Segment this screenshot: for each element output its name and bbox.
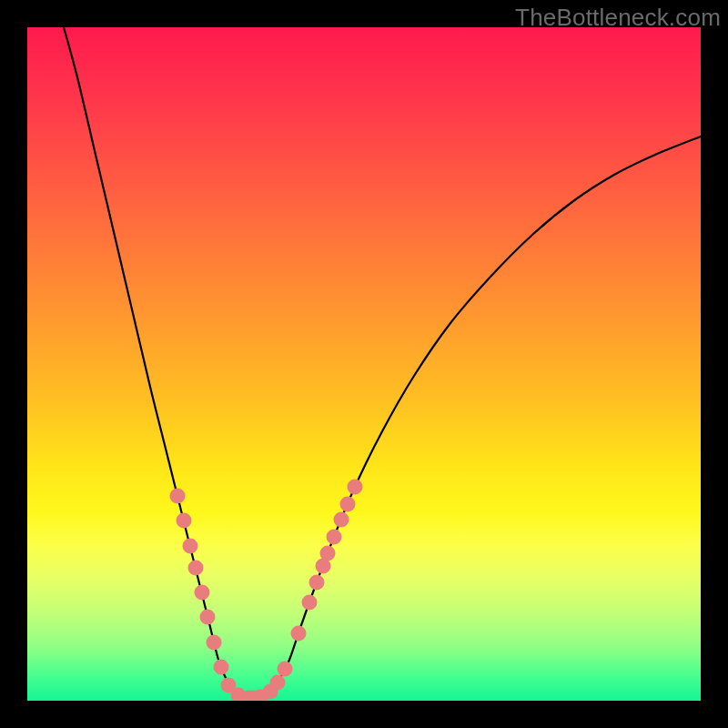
- data-point-dot: [214, 660, 229, 675]
- data-point-dot: [348, 480, 363, 495]
- data-point-dot: [183, 539, 198, 554]
- data-point-dot: [320, 546, 336, 561]
- chart-container: TheBottleneck.com: [0, 0, 728, 728]
- data-point-dot: [340, 497, 356, 512]
- data-point-dot: [200, 610, 216, 625]
- data-point-dot: [309, 575, 325, 591]
- plot-area: [27, 27, 701, 701]
- data-point-dot: [291, 626, 307, 642]
- bottleneck-curve: [64, 27, 701, 698]
- data-point-dot: [207, 635, 222, 651]
- dots-group: [170, 480, 363, 702]
- data-point-dot: [270, 675, 286, 691]
- data-point-dot: [327, 530, 342, 545]
- data-point-dot: [188, 561, 204, 576]
- data-point-dot: [177, 513, 192, 529]
- data-point-dot: [278, 662, 293, 677]
- data-point-dot: [334, 512, 349, 528]
- data-point-dot: [195, 585, 210, 601]
- data-point-dot: [302, 595, 318, 611]
- watermark-text: TheBottleneck.com: [515, 4, 721, 32]
- curve-layer: [27, 27, 701, 701]
- data-point-dot: [170, 489, 186, 504]
